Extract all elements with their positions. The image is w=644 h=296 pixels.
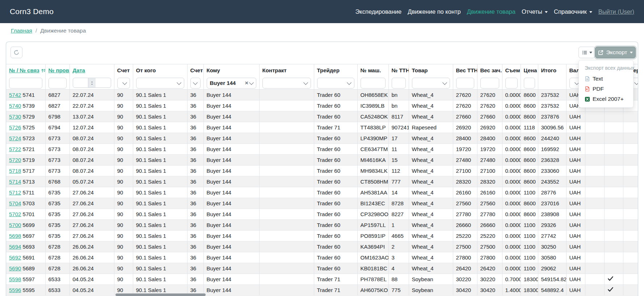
nav-item-directory[interactable]: Справочник <box>554 8 592 15</box>
cell-date: 12.07.24 <box>70 122 114 133</box>
filter-input-id[interactable] <box>9 78 42 89</box>
cell-extra1 <box>585 263 604 274</box>
cell-acc-from: 90 <box>114 176 133 187</box>
brand[interactable]: Corn3 Demo <box>10 7 54 16</box>
cell-truck-no: OH8658EK <box>357 90 388 100</box>
filter-input-truck-no[interactable] <box>361 78 386 89</box>
export-excel-item[interactable]: Excel 2007+ <box>579 94 633 104</box>
filter-input-ttn-no[interactable] <box>392 78 406 89</box>
cell-prov: 6798 <box>45 111 70 122</box>
export-button[interactable]: Экспорт <box>595 47 636 58</box>
cell-total: 244240 <box>538 133 566 144</box>
column-header-to: Кому <box>203 64 259 76</box>
cell-truck-no: CE6347TM <box>357 144 388 155</box>
cell-prov: 6827 <box>45 90 70 100</box>
table-row: 5596 5595653304.05.249090.1 Sales 136Buy… <box>6 285 638 296</box>
cell-from: 90.1 Sales 1 <box>133 155 187 166</box>
cell-acc-to: 36 <box>187 166 203 176</box>
row-id-link[interactable]: 5726 <box>9 124 21 130</box>
cell-total: 243552 <box>538 176 566 187</box>
row-id-link[interactable]: 5740 <box>9 103 21 109</box>
filter-input-weight-ttn[interactable] <box>456 78 474 89</box>
row-id-link[interactable]: 5712 <box>9 189 21 196</box>
filter-cell-to: Buyer 144✕ <box>203 76 259 90</box>
chevron-down-icon <box>177 80 181 85</box>
cell-from: 90.1 Sales 1 <box>133 144 187 155</box>
cell-verified <box>604 274 623 285</box>
cell-extra1 <box>585 231 604 241</box>
navbar: Corn3 Demo Экспедирование Движение по ко… <box>0 0 644 23</box>
filter-select-acc-from[interactable] <box>117 78 130 89</box>
filter-date-range[interactable]: : <box>73 78 111 88</box>
row-id-link[interactable]: 5704 <box>9 200 21 206</box>
cell-price: 1100 <box>521 187 538 198</box>
row-id-link[interactable]: 5598 <box>9 276 21 282</box>
cell-acc-to: 36 <box>187 111 203 122</box>
cell-extra2 <box>623 285 638 296</box>
cell-ttn-no: 11 <box>388 144 409 155</box>
row-id-link[interactable]: 5694 <box>9 244 21 250</box>
date-from-input[interactable] <box>73 78 89 88</box>
logout-link[interactable]: Выйти (User) <box>598 8 634 15</box>
cell-weight-ttn: 27780 <box>453 209 477 220</box>
refresh-button[interactable] <box>10 47 22 58</box>
cell-extra1 <box>585 241 604 252</box>
filter-input-prov[interactable] <box>49 78 67 89</box>
export-text-item[interactable]: Text <box>579 74 633 84</box>
cell-acc-from: 90 <box>114 198 133 209</box>
cell-syom: 0.0000 <box>502 133 521 144</box>
nav-item-goods-movement[interactable]: Движение товара <box>467 8 515 15</box>
nav-item-reports[interactable]: Отчеты <box>522 8 548 15</box>
filter-select-product[interactable] <box>412 78 450 89</box>
filter-cell-id <box>6 76 45 90</box>
row-id-link[interactable]: 5714 <box>9 179 21 185</box>
nav-item-movement-by-contract[interactable]: Движение по контр <box>408 8 461 15</box>
row-id-link[interactable]: 5718 <box>9 168 21 174</box>
row-id-link[interactable]: 5690 <box>9 265 21 271</box>
sort-column-link[interactable]: Дата <box>73 67 85 73</box>
cell-date: 26.06.24 <box>70 263 114 274</box>
column-list-button[interactable] <box>578 47 595 58</box>
cell-contract <box>259 220 314 231</box>
filter-select-from[interactable] <box>136 78 184 89</box>
filter-select-contract[interactable] <box>262 78 311 89</box>
date-to-input[interactable] <box>96 78 111 88</box>
export-pdf-item[interactable]: PDF <box>579 84 633 94</box>
horizontal-scrollbar-thumb[interactable] <box>115 293 206 296</box>
filter-combobox-to[interactable]: Buyer 144✕ <box>207 78 256 89</box>
filter-input-syom[interactable] <box>505 78 518 89</box>
row-id-link[interactable]: 5722 <box>9 146 21 152</box>
clear-filter-icon[interactable]: ✕ <box>245 80 248 86</box>
cell-from: 90.1 Sales 1 <box>133 231 187 241</box>
row-id-link[interactable]: 5742 <box>9 92 21 98</box>
sort-column-link[interactable]: № пров. <box>49 67 70 73</box>
cell-to: Buyer 144 <box>203 111 259 122</box>
filter-cell-acc-to <box>187 76 203 90</box>
cell-extra1 <box>585 274 604 285</box>
cell-extra2 <box>623 198 638 209</box>
row-id-link[interactable]: 5702 <box>9 211 21 217</box>
row-id-link[interactable]: 5700 <box>9 222 21 228</box>
filter-select-acc-to[interactable] <box>190 78 201 89</box>
row-id-link[interactable]: 5730 <box>9 113 21 120</box>
row-id-link[interactable]: 5720 <box>9 157 21 163</box>
sort-column-link[interactable]: № / № связ <box>9 67 45 73</box>
cell-to: Buyer 144 <box>203 155 259 166</box>
row-id-link[interactable]: 5724 <box>9 135 21 141</box>
cell-acc-to: 36 <box>187 252 203 263</box>
filter-input-weight-acc[interactable] <box>480 78 499 89</box>
breadcrumb-current: Движение товара <box>40 27 86 34</box>
filter-input-price[interactable] <box>524 78 535 89</box>
row-id-link[interactable]: 5698 <box>9 233 21 239</box>
row-id-link[interactable]: 5596 <box>9 287 21 293</box>
cell-extra2 <box>623 252 638 263</box>
cell-price: 8600 <box>521 90 538 100</box>
cell-trader: Trader 60 <box>314 252 357 263</box>
nav-item-expedition[interactable]: Экспедирование <box>355 8 401 15</box>
filter-select-trader[interactable] <box>317 78 354 89</box>
cell-syom: 0.0000 <box>502 155 521 166</box>
cell-truck-no: PO8591IP <box>357 231 388 241</box>
cell-syom: 0.0000 <box>502 231 521 241</box>
breadcrumb-home-link[interactable]: Главная <box>11 27 32 34</box>
row-id-link[interactable]: 5692 <box>9 254 21 261</box>
